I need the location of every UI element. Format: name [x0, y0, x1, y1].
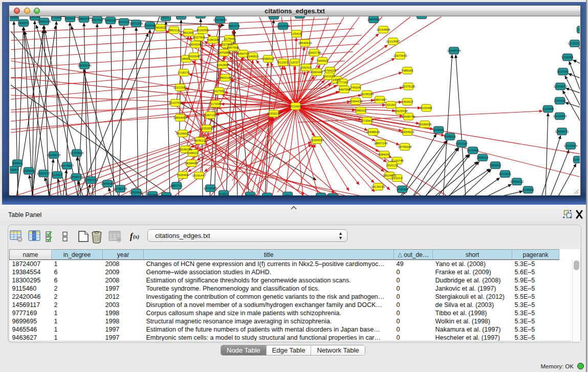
- svg-text:1071915: 1071915: [118, 20, 130, 24]
- svg-text:1405571: 1405571: [17, 21, 30, 25]
- svg-text:19654923: 19654923: [401, 130, 415, 134]
- svg-text:19555: 19555: [10, 16, 18, 19]
- svg-text:9245652: 9245652: [522, 188, 534, 191]
- svg-text:(x): (x): [133, 234, 139, 240]
- svg-text:771346: 771346: [51, 16, 62, 19]
- svg-text:15720407: 15720407: [360, 119, 374, 122]
- svg-text:18724007: 18724007: [289, 105, 302, 108]
- svg-text:20053346: 20053346: [78, 64, 92, 67]
- svg-text:9242848: 9242848: [216, 63, 229, 67]
- svg-text:10025438: 10025438: [394, 110, 408, 113]
- svg-text:77el: 77el: [285, 194, 290, 195]
- svg-text:2803144: 2803144: [219, 76, 231, 79]
- svg-text:11125: 11125: [578, 28, 580, 31]
- svg-text:17016504: 17016504: [564, 144, 578, 147]
- svg-text:9857791: 9857791: [170, 184, 183, 187]
- svg-text:17957253: 17957253: [84, 179, 98, 182]
- svg-text:9329966: 9329966: [561, 56, 574, 59]
- svg-text:11120746: 11120746: [390, 159, 404, 162]
- svg-text:10958187: 10958187: [101, 182, 115, 185]
- svg-text:13716485: 13716485: [204, 187, 217, 190]
- svg-text:3875685: 3875685: [218, 51, 230, 54]
- svg-text:1615132: 1615132: [386, 164, 398, 167]
- svg-text:931063: 931063: [65, 17, 76, 20]
- svg-text:10961758: 10961758: [308, 51, 321, 54]
- svg-text:812203: 812203: [278, 61, 289, 64]
- svg-text:746206: 746206: [351, 86, 361, 89]
- svg-text:13495756: 13495756: [402, 115, 416, 118]
- svg-text:16154808: 16154808: [377, 28, 390, 31]
- svg-text:19384554: 19384554: [310, 139, 324, 142]
- svg-text:8131: 8131: [162, 16, 169, 19]
- svg-text:187335: 187335: [417, 16, 427, 17]
- svg-text:62160: 62160: [387, 103, 396, 106]
- svg-text:18807249: 18807249: [374, 142, 388, 145]
- svg-text:10671355: 10671355: [129, 22, 143, 25]
- svg-text:10807487: 10807487: [373, 98, 387, 101]
- svg-text:6466160: 6466160: [104, 19, 117, 22]
- svg-text:12093872: 12093872: [554, 85, 568, 88]
- svg-text:9146821: 9146821: [247, 55, 259, 58]
- svg-text:7886322: 7886322: [355, 109, 367, 112]
- svg-text:8813054: 8813054: [268, 16, 280, 17]
- svg-text:14136141: 14136141: [372, 185, 385, 188]
- svg-text:2718170: 2718170: [178, 71, 190, 74]
- svg-text:16245354: 16245354: [360, 93, 374, 96]
- svg-text:9327503: 9327503: [193, 36, 205, 39]
- svg-text:3215958: 3215958: [542, 107, 554, 111]
- svg-text:985061: 985061: [12, 162, 23, 165]
- svg-text:12923446: 12923446: [129, 191, 143, 194]
- svg-text:1621072: 1621072: [323, 75, 335, 78]
- svg-text:52746: 52746: [246, 194, 255, 195]
- svg-text:19191447: 19191447: [192, 174, 206, 177]
- svg-text:252214: 252214: [392, 177, 403, 180]
- svg-text:7663822: 7663822: [154, 26, 166, 29]
- svg-text:12353593: 12353593: [200, 127, 214, 130]
- svg-text:19654963: 19654963: [173, 116, 187, 119]
- svg-text:12505135: 12505135: [70, 176, 83, 179]
- svg-text:9227342: 9227342: [557, 70, 569, 73]
- svg-text:10973493: 10973493: [394, 54, 407, 57]
- svg-text:16107553: 16107553: [169, 101, 183, 104]
- svg-text:2420046: 2420046: [188, 55, 200, 58]
- svg-text:891295: 891295: [183, 31, 194, 34]
- svg-text:8427552: 8427552: [213, 90, 225, 93]
- svg-text:3267130: 3267130: [204, 114, 216, 117]
- svg-text:7632621: 7632621: [489, 164, 502, 167]
- svg-text:217546: 217546: [224, 37, 235, 40]
- svg-text:14099483: 14099483: [185, 162, 199, 165]
- svg-text:16782759: 16782759: [114, 187, 127, 190]
- svg-text:239184: 239184: [30, 16, 40, 18]
- svg-text:183746: 183746: [147, 193, 158, 195]
- svg-text:164095: 164095: [433, 128, 444, 132]
- svg-text:939154: 939154: [10, 168, 19, 171]
- svg-text:18640910: 18640910: [298, 41, 312, 45]
- svg-text:6794023: 6794023: [324, 69, 336, 72]
- svg-text:12942737: 12942737: [37, 172, 51, 175]
- svg-text:10654112: 10654112: [510, 180, 524, 183]
- svg-text:912054: 912054: [176, 16, 187, 17]
- svg-text:12375115: 12375115: [402, 85, 416, 88]
- svg-text:1244415: 1244415: [554, 99, 566, 102]
- svg-text:10699695: 10699695: [418, 123, 432, 126]
- svg-text:125419: 125419: [291, 32, 302, 35]
- svg-text:114519: 114519: [52, 173, 62, 177]
- svg-text:98314: 98314: [263, 195, 272, 195]
- svg-text:12213383: 12213383: [173, 86, 187, 89]
- svg-text:8878312: 8878312: [194, 139, 206, 142]
- svg-text:7857274: 7857274: [228, 25, 240, 28]
- svg-text:2487662: 2487662: [367, 18, 380, 21]
- svg-text:12213967: 12213967: [386, 40, 400, 43]
- svg-text:8860124: 8860124: [168, 29, 180, 32]
- svg-text:8938923: 8938923: [444, 135, 456, 138]
- svg-text:205113: 205113: [161, 194, 171, 195]
- svg-text:7485063: 7485063: [401, 69, 413, 72]
- svg-text:2935114: 2935114: [477, 156, 489, 159]
- svg-text:1733426: 1733426: [396, 188, 408, 191]
- svg-text:6379197: 6379197: [455, 142, 468, 145]
- svg-text:19756928: 19756928: [398, 145, 412, 148]
- svg-text:8471676: 8471676: [499, 172, 511, 176]
- svg-text:7955812: 7955812: [316, 59, 329, 62]
- svg-text:2967608: 2967608: [227, 46, 239, 49]
- svg-text:164921: 164921: [219, 192, 229, 195]
